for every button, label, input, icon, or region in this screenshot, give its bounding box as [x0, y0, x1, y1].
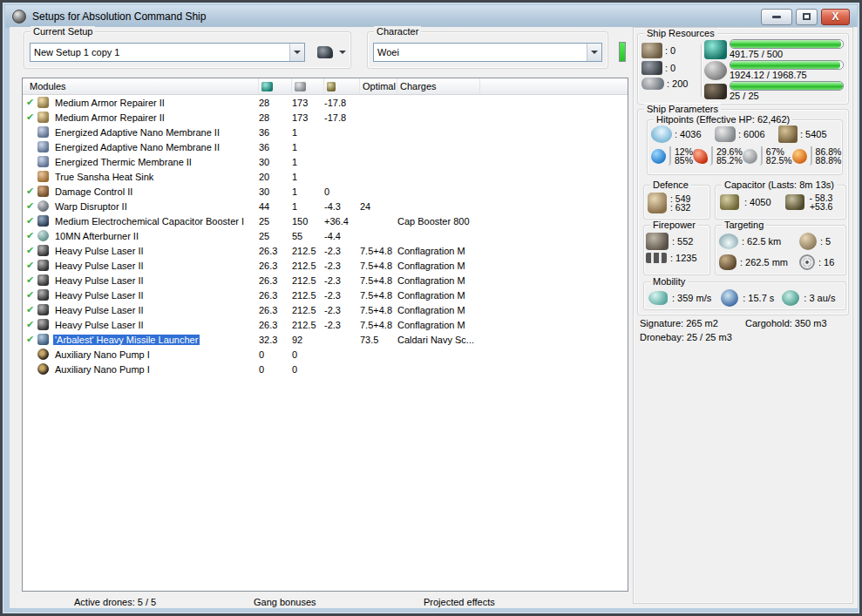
- optimal-column-header[interactable]: Optimal: [360, 78, 397, 94]
- module-name-text[interactable]: 10MN Afterburner II: [53, 231, 140, 241]
- module-name-text[interactable]: Auxiliary Nano Pump I: [53, 349, 152, 360]
- maximize-icon: [803, 13, 811, 20]
- table-row[interactable]: ✔Medium Armor Repairer II28173-17.8: [23, 110, 628, 125]
- capacitor-cell: -2.3: [324, 246, 360, 256]
- cpu-column-header[interactable]: [259, 78, 292, 94]
- powergrid-column-header[interactable]: [292, 78, 324, 94]
- module-name-text[interactable]: Auxiliary Nano Pump I: [53, 364, 152, 375]
- filler-column-header: [480, 78, 628, 94]
- module-name-text[interactable]: Heavy Pulse Laser II: [53, 290, 146, 301]
- table-row[interactable]: ✔Medium Armor Repairer II28173-17.8: [23, 95, 628, 110]
- table-row[interactable]: Auxiliary Nano Pump I00: [23, 347, 628, 362]
- current-setup-select[interactable]: New Setup 1 copy 1: [30, 43, 305, 62]
- table-row[interactable]: ✔Heavy Pulse Laser II26.3212.5-2.37.5+4.…: [23, 302, 628, 317]
- fitted-check-icon: ✔: [23, 231, 37, 240]
- table-row[interactable]: ✔Warp Disruptor II441-4.324: [23, 199, 628, 213]
- modules-table: Modules Optimal Charges ✔Medium Armor Re…: [22, 78, 628, 592]
- charges-column-header[interactable]: Charges: [397, 78, 480, 94]
- cpu-cell: 26.3: [259, 275, 292, 286]
- modules-column-header[interactable]: Modules: [23, 78, 259, 94]
- cpu-icon: [704, 40, 727, 59]
- table-row[interactable]: ✔Heavy Pulse Laser II26.3212.5-2.37.5+4.…: [23, 317, 628, 332]
- module-name: Medium Armor Repairer II: [53, 98, 259, 108]
- module-name-text[interactable]: Medium Electrochemical Capacitor Booster…: [53, 216, 246, 227]
- table-row[interactable]: ✔10MN Afterburner II2555-4.4: [23, 228, 628, 243]
- module-name-text[interactable]: Heavy Pulse Laser II: [53, 246, 146, 256]
- chevron-down-icon: [591, 51, 598, 54]
- capacitor-cell: -2.3: [324, 305, 360, 315]
- fitted-check-icon: ✔: [23, 290, 37, 300]
- module-name-text[interactable]: Damage Control II: [53, 186, 134, 197]
- gang-bonuses-label[interactable]: Gang bonuses: [254, 597, 316, 607]
- optimal-cell: 7.5+4.8: [360, 246, 397, 256]
- module-name-text[interactable]: Energized Thermic Membrane II: [53, 157, 193, 167]
- charges-cell: Cap Booster 800: [397, 216, 480, 227]
- table-row[interactable]: ✔Damage Control II3010: [23, 184, 628, 199]
- module-name-text[interactable]: Energized Adaptive Nano Membrane II: [53, 127, 221, 138]
- module-name-text[interactable]: Medium Armor Repairer II: [53, 112, 166, 123]
- module-name-text[interactable]: Heavy Pulse Laser II: [53, 261, 146, 271]
- title-bar[interactable]: Setups for Absolution Command Ship X: [5, 5, 857, 28]
- launcher-hardpoints-icon: [641, 61, 662, 75]
- table-row[interactable]: ✔'Arbalest' Heavy Missile Launcher32.392…: [23, 332, 628, 347]
- setup-actions-button[interactable]: [317, 46, 346, 58]
- table-row[interactable]: ✔Heavy Pulse Laser II26.3212.5-2.37.5+4.…: [23, 243, 628, 258]
- ship-icon: [317, 46, 333, 58]
- character-dropdown-button[interactable]: [587, 44, 601, 61]
- pulse-laser-icon: [37, 304, 49, 315]
- damage-control-icon: [37, 186, 49, 197]
- drone-usage-value: 25 / 25: [730, 91, 844, 101]
- fitted-check-icon: ✔: [23, 112, 37, 122]
- powergrid-cell: 150: [292, 216, 324, 227]
- targeting-range-icon: [719, 234, 738, 249]
- module-name-text[interactable]: Medium Armor Repairer II: [53, 98, 166, 108]
- table-row[interactable]: ✔Medium Electrochemical Capacitor Booste…: [23, 213, 628, 228]
- current-setup-dropdown-button[interactable]: [289, 44, 304, 61]
- close-icon: X: [831, 11, 838, 22]
- module-name-text[interactable]: Heavy Pulse Laser II: [53, 305, 146, 315]
- module-name-text[interactable]: 'Arbalest' Heavy Missile Launcher: [53, 335, 200, 345]
- cap-booster-icon: [37, 215, 49, 227]
- cpu-cell: 26.3: [259, 290, 292, 301]
- powergrid-cell: 55: [292, 231, 324, 241]
- table-row[interactable]: True Sansha Heat Sink201: [23, 169, 628, 184]
- max-velocity-icon: [648, 291, 668, 305]
- capacitor-column-header[interactable]: [324, 78, 360, 94]
- nano-membrane-icon: [37, 141, 49, 152]
- scan-resolution-icon: [719, 254, 736, 270]
- powergrid-cell: 92: [292, 335, 324, 345]
- table-row[interactable]: Energized Thermic Membrane II301: [23, 154, 628, 169]
- cpu-cell: 0: [259, 364, 292, 375]
- table-row[interactable]: Energized Adaptive Nano Membrane II361: [23, 125, 628, 139]
- ship-resources-title: Ship Resources: [644, 28, 717, 38]
- close-button[interactable]: X: [821, 9, 850, 25]
- table-row[interactable]: Auxiliary Nano Pump I00: [23, 362, 628, 376]
- module-name-text[interactable]: True Sansha Heat Sink: [53, 172, 155, 182]
- projected-effects-label[interactable]: Projected effects: [424, 597, 495, 607]
- module-name: Auxiliary Nano Pump I: [53, 364, 259, 375]
- optimal-cell: 7.5+4.8: [360, 275, 397, 286]
- pulse-laser-icon: [37, 274, 49, 286]
- cpu-cell: 30: [259, 157, 292, 167]
- character-select[interactable]: Woei: [373, 43, 602, 62]
- cargohold-value: Cargohold: 350 m3: [745, 318, 827, 328]
- fitted-check-icon: ✔: [23, 186, 37, 196]
- minimize-button[interactable]: [761, 9, 792, 25]
- powergrid-cell: 1: [292, 172, 324, 182]
- pulse-laser-icon: [37, 289, 49, 301]
- module-name: Medium Electrochemical Capacitor Booster…: [53, 216, 259, 227]
- table-row[interactable]: ✔Heavy Pulse Laser II26.3212.5-2.37.5+4.…: [23, 273, 628, 288]
- module-name-text[interactable]: Heavy Pulse Laser II: [53, 320, 146, 330]
- table-row[interactable]: ✔Heavy Pulse Laser II26.3212.5-2.37.5+4.…: [23, 288, 628, 302]
- module-name-text[interactable]: Warp Disruptor II: [53, 201, 129, 212]
- maximize-button[interactable]: [796, 9, 818, 25]
- cpu-cell: 26.3: [259, 246, 292, 256]
- table-row[interactable]: ✔Heavy Pulse Laser II26.3212.5-2.37.5+4.…: [23, 258, 628, 273]
- module-name-text[interactable]: Heavy Pulse Laser II: [53, 275, 146, 286]
- optimal-cell: 7.5+4.8: [360, 261, 397, 271]
- module-name-text[interactable]: Energized Adaptive Nano Membrane II: [53, 142, 221, 152]
- table-row[interactable]: Energized Adaptive Nano Membrane II361: [23, 139, 628, 154]
- capacitor-icon: [720, 194, 739, 210]
- targeting-title: Targeting: [722, 220, 766, 230]
- explosive-resist-icon: [792, 149, 807, 164]
